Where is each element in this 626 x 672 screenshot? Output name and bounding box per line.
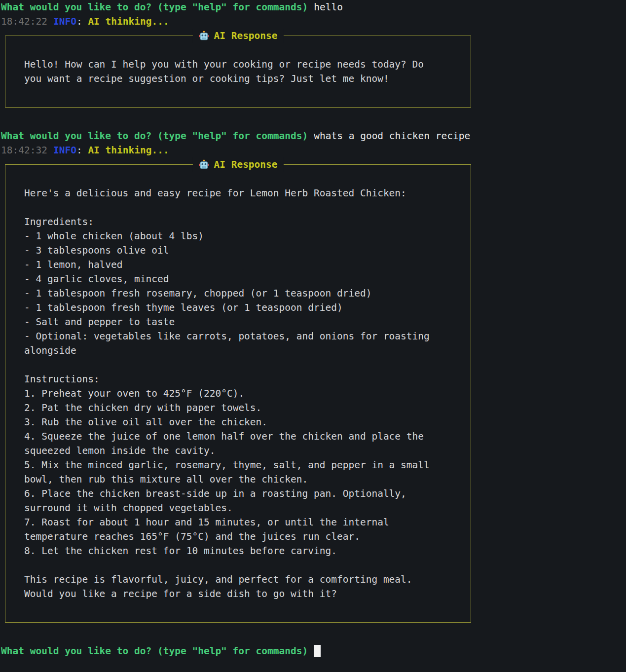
response-text-line — [24, 200, 452, 215]
response-text-line: alongside — [24, 343, 452, 358]
response-text-line: This recipe is flavorful, juicy, and per… — [24, 572, 452, 587]
response-text-line: 4. Squeeze the juice of one lemon half o… — [24, 429, 452, 444]
response-text-line: 6. Place the chicken breast-side up in a… — [24, 486, 452, 501]
response-text-line: Hello! How can I help you with your cook… — [24, 57, 452, 72]
response-text-line: Here's a delicious and easy recipe for L… — [24, 186, 452, 200]
panel-body: Hello! How can I help you with your cook… — [24, 57, 452, 86]
response-text-line: - Salt and pepper to taste — [24, 315, 452, 329]
response-text-line: surround it with chopped vegetables. — [24, 501, 452, 515]
ai-response-panel: AI Response Here's a delicious and easy … — [5, 164, 471, 623]
panel-title-label: AI Response — [214, 157, 277, 172]
log-line: 18:42:32INFO: AI thinking... — [1, 143, 626, 157]
log-message: AI thinking... — [88, 16, 169, 27]
log-timestamp: 18:42:32 — [1, 145, 47, 156]
robot-icon — [198, 31, 209, 41]
log-separator: : — [76, 145, 88, 156]
robot-icon — [198, 159, 209, 170]
active-prompt-line[interactable]: What would you like to do? (type "help" … — [1, 644, 626, 658]
log-level: INFO — [53, 16, 76, 27]
user-input: hello — [314, 1, 343, 13]
blank-line — [1, 630, 626, 644]
log-message: AI thinking... — [88, 145, 169, 156]
response-text-line: squeezed lemon inside the cavity. — [24, 444, 452, 458]
user-input: whats a good chicken recipe — [314, 130, 470, 142]
log-line: 18:42:22INFO: AI thinking... — [1, 14, 626, 29]
response-text-line: Would you like a recipe for a side dish … — [24, 587, 452, 601]
panel-body: Here's a delicious and easy recipe for L… — [24, 186, 452, 601]
response-text-line — [24, 558, 452, 572]
response-text-line: - 1 lemon, halved — [24, 258, 452, 272]
response-text-line: bowl, then rub this mixture all over the… — [24, 472, 452, 486]
panel-title: AI Response — [192, 29, 283, 43]
response-text-line: 3. Rub the olive oil all over the chicke… — [24, 415, 452, 429]
response-text-line: 1. Preheat your oven to 425°F (220°C). — [24, 386, 452, 401]
prompt-line: What would you like to do? (type "help" … — [1, 0, 626, 14]
response-text-line: temperature reaches 165°F (75°C) and the… — [24, 529, 452, 544]
response-text-line: - 4 garlic cloves, minced — [24, 272, 452, 286]
panel-title: AI Response — [192, 157, 283, 172]
prompt-label: What would you like to do? (type "help" … — [1, 1, 308, 13]
response-text-line: 2. Pat the chicken dry with paper towels… — [24, 401, 452, 415]
response-text-line: 5. Mix the minced garlic, rosemary, thym… — [24, 458, 452, 472]
response-text-line: - 1 tablespoon fresh thyme leaves (or 1 … — [24, 300, 452, 315]
response-text-line: - 1 tablespoon fresh rosemary, chopped (… — [24, 286, 452, 300]
log-separator: : — [76, 16, 88, 27]
response-text-line: 7. Roast for about 1 hour and 15 minutes… — [24, 515, 452, 529]
response-text-line: - Optional: vegetables like carrots, pot… — [24, 329, 452, 343]
log-timestamp: 18:42:22 — [1, 16, 47, 27]
response-text-line: - 1 whole chicken (about 4 lbs) — [24, 229, 452, 243]
ai-response-panel: AI Response Hello! How can I help you wi… — [5, 36, 471, 108]
log-level: INFO — [53, 145, 76, 156]
response-text-line: you want a recipe suggestion or cooking … — [24, 72, 452, 86]
panel-title-label: AI Response — [214, 29, 277, 43]
prompt-label: What would you like to do? (type "help" … — [1, 645, 308, 657]
response-text-line: Ingredients: — [24, 215, 452, 229]
blank-line — [1, 114, 626, 129]
terminal: What would you like to do? (type "help" … — [0, 0, 626, 658]
response-text-line — [24, 358, 452, 372]
prompt-label: What would you like to do? (type "help" … — [1, 130, 308, 142]
response-text-line: - 3 tablespoons olive oil — [24, 243, 452, 258]
response-text-line: Instructions: — [24, 372, 452, 386]
prompt-line: What would you like to do? (type "help" … — [1, 129, 626, 143]
text-cursor[interactable] — [314, 645, 321, 657]
response-text-line: 8. Let the chicken rest for 10 minutes b… — [24, 544, 452, 558]
